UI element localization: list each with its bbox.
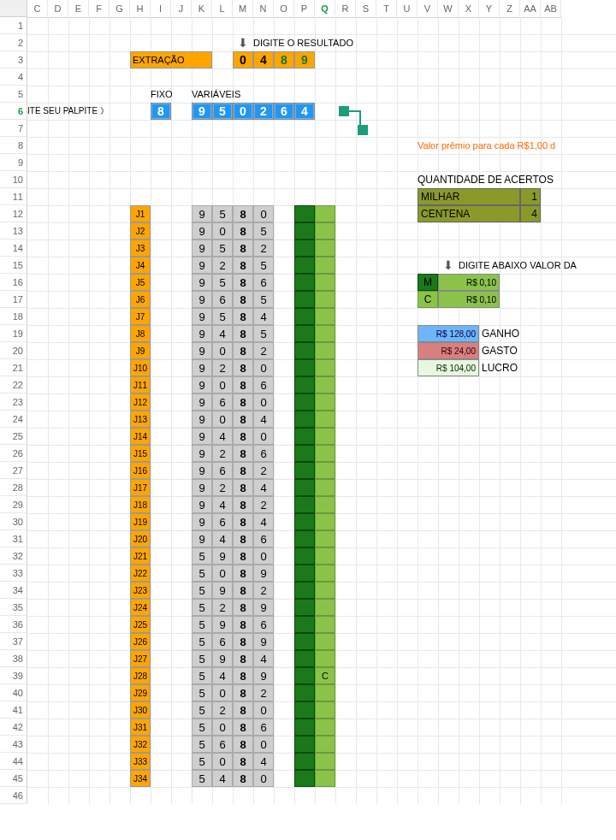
row-header-38[interactable]: 38 [0, 650, 27, 667]
combo-j-30: J30 [130, 701, 151, 719]
col-header-L[interactable]: L [212, 0, 233, 18]
col-header-H[interactable]: H [130, 0, 151, 18]
col-header-R[interactable]: R [335, 0, 356, 18]
row-header-42[interactable]: 42 [0, 719, 27, 736]
col-header-W[interactable]: W [438, 0, 459, 18]
combo-29-d2: 8 [233, 684, 253, 701]
col-header-E[interactable]: E [68, 0, 89, 18]
col-header-D[interactable]: D [48, 0, 68, 18]
row-header-10[interactable]: 10 [0, 171, 27, 188]
row-header-34[interactable]: 34 [0, 582, 27, 599]
resultado-0[interactable]: 0 [233, 51, 253, 68]
combo-22-d2: 8 [233, 565, 253, 582]
row-header-41[interactable]: 41 [0, 701, 27, 719]
resultado-3[interactable]: 9 [294, 51, 315, 68]
row-header-33[interactable]: 33 [0, 565, 27, 582]
variavel-4[interactable]: 6 [274, 103, 294, 120]
col-header-C[interactable]: C [27, 0, 48, 18]
row-header-15[interactable]: 15 [0, 257, 27, 274]
row-header-46[interactable]: 46 [0, 787, 27, 804]
row-header-35[interactable]: 35 [0, 599, 27, 616]
col-header-K[interactable]: K [192, 0, 212, 18]
flow-node-1[interactable] [339, 106, 349, 116]
col-header-F[interactable]: F [89, 0, 110, 18]
row-header-1[interactable]: 1 [0, 17, 27, 34]
row-header-39[interactable]: 39 [0, 667, 27, 684]
row-header-6[interactable]: 6 [0, 103, 27, 120]
row-header-27[interactable]: 27 [0, 462, 27, 479]
row-header-36[interactable]: 36 [0, 616, 27, 633]
combo-27-d1: 9 [212, 650, 233, 667]
col-header-S[interactable]: S [356, 0, 376, 18]
row-header-29[interactable]: 29 [0, 496, 27, 513]
col-header-N[interactable]: N [253, 0, 274, 18]
col-header-U[interactable]: U [397, 0, 418, 18]
col-header-Q[interactable]: Q [315, 0, 335, 18]
row-header-31[interactable]: 31 [0, 530, 27, 547]
aposta-m-value[interactable]: R$ 0,10 [438, 274, 500, 291]
row-header-13[interactable]: 13 [0, 222, 27, 240]
variavel-2[interactable]: 0 [233, 103, 253, 120]
row-header-16[interactable]: 16 [0, 274, 27, 291]
col-header-Z[interactable]: Z [500, 0, 520, 18]
aposta-c-value[interactable]: R$ 0,10 [438, 291, 500, 308]
combo-j-8: J8 [130, 325, 151, 342]
variavel-5[interactable]: 4 [294, 103, 315, 120]
row-header-30[interactable]: 30 [0, 513, 27, 530]
row-header-23[interactable]: 23 [0, 393, 27, 411]
combo-j-16: J16 [130, 462, 151, 479]
row-header-7[interactable]: 7 [0, 120, 27, 137]
combo-13-d0: 9 [192, 411, 212, 428]
row-header-19[interactable]: 19 [0, 325, 27, 342]
corner-cell[interactable] [0, 0, 27, 17]
col-header-Y[interactable]: Y [479, 0, 500, 18]
col-header-X[interactable]: X [459, 0, 479, 18]
combo-7-centena-status [315, 308, 335, 325]
resultado-1[interactable]: 4 [253, 51, 274, 68]
combo-4-centena-status [315, 257, 335, 274]
row-header-12[interactable]: 12 [0, 205, 27, 222]
combo-27-d2: 8 [233, 650, 253, 667]
col-header-O[interactable]: O [274, 0, 294, 18]
col-header-T[interactable]: T [376, 0, 397, 18]
row-header-45[interactable]: 45 [0, 770, 27, 787]
variavel-1[interactable]: 5 [212, 103, 233, 120]
col-header-V[interactable]: V [418, 0, 438, 18]
col-header-M[interactable]: M [233, 0, 253, 18]
row-header-5[interactable]: 5 [0, 86, 27, 103]
variavel-0[interactable]: 9 [192, 103, 212, 120]
row-header-26[interactable]: 26 [0, 445, 27, 462]
row-header-11[interactable]: 11 [0, 188, 27, 205]
flow-node-2[interactable] [358, 125, 368, 135]
row-header-2[interactable]: 2 [0, 34, 27, 51]
col-header-P[interactable]: P [294, 0, 315, 18]
row-header-43[interactable]: 43 [0, 736, 27, 753]
row-header-24[interactable]: 24 [0, 411, 27, 428]
row-header-32[interactable]: 32 [0, 547, 27, 565]
row-header-21[interactable]: 21 [0, 359, 27, 376]
col-header-I[interactable]: I [151, 0, 171, 18]
row-header-4[interactable]: 4 [0, 68, 27, 86]
fixo-value[interactable]: 8 [151, 103, 171, 120]
row-header-9[interactable]: 9 [0, 154, 27, 171]
variavel-3[interactable]: 2 [253, 103, 274, 120]
col-header-AB[interactable]: AB [541, 0, 561, 18]
row-header-25[interactable]: 25 [0, 428, 27, 445]
col-header-G[interactable]: G [110, 0, 130, 18]
row-header-20[interactable]: 20 [0, 342, 27, 359]
row-header-28[interactable]: 28 [0, 479, 27, 496]
combo-10-d2: 8 [233, 359, 253, 376]
row-header-14[interactable]: 14 [0, 240, 27, 257]
row-header-17[interactable]: 17 [0, 291, 27, 308]
col-header-AA[interactable]: AA [520, 0, 541, 18]
row-header-44[interactable]: 44 [0, 753, 27, 770]
row-header-37[interactable]: 37 [0, 633, 27, 650]
row-header-3[interactable]: 3 [0, 51, 27, 68]
resultado-2[interactable]: 8 [274, 51, 294, 68]
row-header-22[interactable]: 22 [0, 376, 27, 393]
row-header-40[interactable]: 40 [0, 684, 27, 701]
row-header-8[interactable]: 8 [0, 137, 27, 154]
col-header-J[interactable]: J [171, 0, 192, 18]
combo-22-centena-status [315, 565, 335, 582]
row-header-18[interactable]: 18 [0, 308, 27, 325]
